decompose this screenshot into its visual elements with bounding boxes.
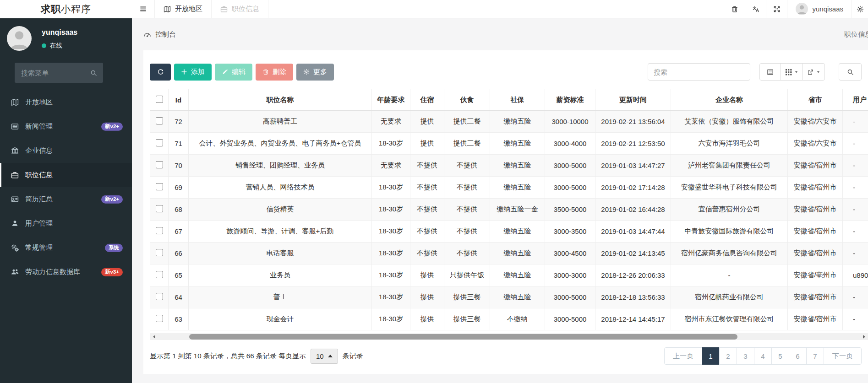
detail-view-button[interactable] xyxy=(759,63,781,81)
more-button-label: 更多 xyxy=(313,68,327,76)
page-button-4[interactable]: 4 xyxy=(754,347,772,365)
sidebar-item-open-regions[interactable]: 开放地区 xyxy=(0,90,132,114)
sidebar-item-companies[interactable]: 企业信息 xyxy=(0,139,132,163)
cell-region: 安徽省/宿州市 xyxy=(788,155,843,177)
sidebar-item-news[interactable]: 新闻管理新v2+ xyxy=(0,114,132,139)
cell-salary: 3000-5000 xyxy=(545,177,595,199)
page-button-5[interactable]: 5 xyxy=(771,347,789,365)
table-search-input[interactable] xyxy=(648,63,750,81)
topnav-tab-job-info[interactable]: 职位信息 xyxy=(212,0,268,18)
column-header-insurance[interactable]: 社保 xyxy=(490,89,545,111)
user-menu[interactable]: yunqisaas xyxy=(787,0,852,18)
more-button[interactable]: 更多 xyxy=(296,64,334,81)
row-checkbox[interactable] xyxy=(156,315,163,322)
table-footer: 显示第 1 到第 10 条记录，总共 66 条记录 每页显示 10 条记录 上一… xyxy=(150,347,868,365)
language-button[interactable] xyxy=(745,0,766,18)
row-checkbox[interactable] xyxy=(156,205,163,212)
cell-lodging: 不提供 xyxy=(410,221,444,243)
sidebar-item-resumes[interactable]: 简历汇总新v2+ xyxy=(0,187,132,211)
cell-id: 63 xyxy=(169,308,189,330)
row-checkbox[interactable] xyxy=(156,293,163,300)
cell-updated: 2018-12-18 13:56:33 xyxy=(595,286,671,308)
row-checkbox[interactable] xyxy=(156,227,163,234)
column-header-age[interactable]: 年龄要求 xyxy=(372,89,410,111)
columns-button[interactable] xyxy=(781,63,803,81)
sidebar-toggle-button[interactable] xyxy=(132,0,155,18)
column-header-meals[interactable]: 伙食 xyxy=(444,89,490,111)
sidebar-user-panel: yunqisaas 在线 xyxy=(0,18,132,51)
add-button-label: 添加 xyxy=(191,68,205,76)
scroll-left-button[interactable] xyxy=(150,333,158,340)
cell-title: 销售经理、团购经理、业务员 xyxy=(189,155,372,177)
cell-user: - xyxy=(843,133,868,155)
row-select-cell xyxy=(150,264,169,286)
cell-user: - xyxy=(843,221,868,243)
row-checkbox[interactable] xyxy=(156,249,163,256)
row-checkbox[interactable] xyxy=(156,117,163,124)
avatar xyxy=(796,3,808,15)
trash-icon xyxy=(731,5,738,13)
jobs-table: Id职位名称年龄要求住宿伙食社保薪资标准更新时间企业名称省市用户72高薪聘普工无… xyxy=(150,89,868,330)
row-select-cell xyxy=(150,243,169,264)
row-checkbox[interactable] xyxy=(156,139,163,146)
export-button[interactable] xyxy=(802,63,825,81)
cell-age: 18-30岁 xyxy=(372,286,410,308)
column-header-company[interactable]: 企业名称 xyxy=(671,89,788,111)
cell-meals: 提供三餐 xyxy=(444,111,490,133)
column-header-title[interactable]: 职位名称 xyxy=(189,89,372,111)
cell-company: 安徽盛世华科电子科技有限公司 xyxy=(671,177,788,199)
row-checkbox[interactable] xyxy=(156,161,163,168)
page-button-7[interactable]: 7 xyxy=(806,347,824,365)
caret-up-icon xyxy=(328,352,333,357)
next-page-button[interactable]: 下一页 xyxy=(824,347,862,365)
column-header-user[interactable]: 用户 xyxy=(843,89,868,111)
add-button[interactable]: 添加 xyxy=(174,64,212,81)
map-icon xyxy=(11,98,19,106)
delete-button[interactable]: 删除 xyxy=(256,64,293,81)
cell-meals: 只提供午饭 xyxy=(444,264,490,286)
column-header-id[interactable]: Id xyxy=(169,89,189,111)
sidebar-item-settings[interactable]: 常规管理系统 xyxy=(0,236,132,260)
cell-meals: 提供三餐 xyxy=(444,308,490,330)
sidebar-item-users[interactable]: 用户管理 xyxy=(0,211,132,236)
scrollbar-track[interactable] xyxy=(158,333,860,340)
cell-meals: 不提供 xyxy=(444,155,490,177)
refresh-button[interactable] xyxy=(150,64,171,81)
cell-meals: 不提供 xyxy=(444,199,490,221)
brand-logo: 求职小程序 xyxy=(0,0,132,18)
page-button-2[interactable]: 2 xyxy=(719,347,737,365)
column-header-lodging[interactable]: 住宿 xyxy=(410,89,444,111)
settings-button[interactable] xyxy=(852,0,868,18)
table-row: 64普工18-30岁提供提供三餐缴纳五险3000-50002018-12-18 … xyxy=(150,286,868,308)
scroll-right-button[interactable] xyxy=(860,333,868,340)
sidebar-item-labor-db[interactable]: 劳动力信息数据库新v3+ xyxy=(0,260,132,284)
select-all-cell xyxy=(150,89,169,111)
column-header-updated[interactable]: 更新时间 xyxy=(595,89,671,111)
page-button-1[interactable]: 1 xyxy=(702,347,720,365)
page-size-dropdown[interactable]: 10 xyxy=(311,349,338,364)
page-button-6[interactable]: 6 xyxy=(789,347,807,365)
table-view-buttons xyxy=(759,63,825,81)
row-checkbox[interactable] xyxy=(156,271,163,278)
map-icon xyxy=(164,5,171,13)
prev-page-button[interactable]: 上一页 xyxy=(664,347,702,365)
column-header-salary[interactable]: 薪资标准 xyxy=(545,89,595,111)
cell-lodging: 提供 xyxy=(410,133,444,155)
cell-updated: 2019-01-02 17:14:28 xyxy=(595,177,671,199)
trash-button[interactable] xyxy=(724,0,745,18)
page-button-3[interactable]: 3 xyxy=(737,347,754,365)
select-all-checkbox[interactable] xyxy=(156,96,163,103)
fullscreen-button[interactable] xyxy=(766,0,787,18)
cell-user: - xyxy=(843,111,868,133)
edit-button[interactable]: 编辑 xyxy=(215,64,252,81)
sidebar-item-label: 劳动力信息数据库 xyxy=(25,268,80,276)
sidebar-item-jobs[interactable]: 职位信息 xyxy=(0,163,132,187)
row-checkbox[interactable] xyxy=(156,183,163,190)
column-header-region[interactable]: 省市 xyxy=(788,89,843,111)
scrollbar-thumb[interactable] xyxy=(189,334,737,340)
cell-id: 68 xyxy=(169,199,189,221)
search-button[interactable] xyxy=(839,63,862,81)
topnav-tab-open-regions[interactable]: 开放地区 xyxy=(155,0,212,18)
breadcrumb-label[interactable]: 控制台 xyxy=(155,30,176,39)
cell-insurance: 缴纳五险 xyxy=(490,133,545,155)
